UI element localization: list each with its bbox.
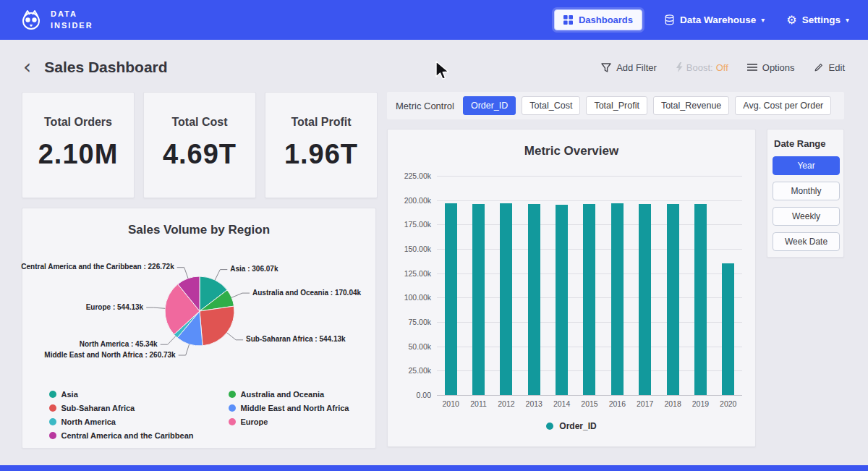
database-icon	[664, 14, 675, 25]
pie-slice-label: North America : 45.34k	[80, 340, 158, 348]
metric-button[interactable]: Total_Revenue	[653, 96, 729, 115]
bar[interactable]	[528, 204, 540, 395]
pie-legend-item[interactable]: Sub-Saharan Africa	[49, 404, 194, 412]
list-icon	[747, 63, 757, 72]
bar[interactable]	[583, 204, 595, 395]
metric-control-label: Metric Control	[396, 101, 454, 111]
gear-icon: ⚙	[786, 14, 796, 26]
bar-chart: 225.00k200.00k175.00k150.00k125.00k100.0…	[437, 176, 742, 395]
page-title: Sales Dashboard	[44, 59, 167, 76]
date-range-card: Date Range YearMonthlyWeeklyWeek Date	[767, 129, 844, 258]
settings-label: Settings	[802, 14, 841, 25]
pie-legend: AsiaSub-Saharan AfricaNorth AmericaCentr…	[22, 390, 375, 440]
bar-column	[548, 176, 575, 395]
dashboards-button[interactable]: Dashboards	[554, 9, 642, 30]
bars-row	[437, 176, 742, 395]
chevron-down-icon: ▾	[761, 16, 765, 24]
dashboards-label: Dashboards	[579, 14, 633, 25]
boost-label: Boost:	[686, 62, 713, 73]
bar[interactable]	[611, 203, 624, 395]
metric-button[interactable]: Total_Profit	[586, 96, 647, 115]
pie-legend-item[interactable]: Central America and the Caribbean	[49, 431, 194, 440]
metric-overview-card: Metric Overview 225.00k200.00k175.00k150…	[387, 129, 756, 447]
x-axis-label: 2015	[576, 399, 603, 408]
bar-column	[464, 176, 492, 395]
legend-dot	[229, 391, 236, 398]
bar[interactable]	[639, 204, 651, 395]
edit-button[interactable]: Edit	[814, 62, 845, 73]
back-button[interactable]: ‹	[23, 58, 31, 76]
bar-legend[interactable]: Order_ID	[388, 421, 755, 431]
pie-label-line	[231, 293, 250, 297]
footer-bar	[0, 465, 868, 471]
kpi-card: Total Cost4.69T	[143, 92, 256, 198]
kpi-value: 4.69T	[144, 139, 255, 170]
bar-column	[715, 176, 742, 395]
pie-slice-label: Sub-Saharan Africa : 544.13k	[246, 335, 346, 343]
metric-button[interactable]: Order_ID	[463, 96, 516, 115]
metric-button[interactable]: Total_Cost	[522, 96, 580, 115]
bar[interactable]	[667, 204, 679, 395]
pie-legend-item[interactable]: Australia and Oceania	[229, 390, 349, 399]
app-root: DATA INSIDER Dashboards D	[0, 0, 868, 471]
bar[interactable]	[500, 203, 512, 395]
options-button[interactable]: Options	[747, 62, 795, 73]
legend-dot	[229, 404, 236, 412]
legend-label: Europe	[241, 417, 268, 426]
bar[interactable]	[722, 263, 734, 395]
pie-legend-item[interactable]: Europe	[229, 417, 349, 426]
legend-label: Australia and Oceania	[241, 390, 325, 399]
x-axis-label: 2019	[686, 399, 714, 408]
edit-label: Edit	[829, 62, 845, 73]
bar[interactable]	[694, 204, 707, 395]
pencil-icon	[814, 62, 824, 72]
bar[interactable]	[556, 205, 568, 395]
x-axis-label: 2011	[464, 399, 492, 408]
bar-column	[659, 176, 686, 395]
date-range-button[interactable]: Monthly	[773, 182, 840, 200]
top-navbar: DATA INSIDER Dashboards D	[0, 0, 868, 40]
bar-column	[576, 176, 603, 395]
navbar-menu: Dashboards Data Warehouse ▾ ⚙ Settings ▾	[554, 9, 849, 30]
add-filter-label: Add Filter	[616, 62, 657, 73]
kpi-label: Total Orders	[22, 116, 134, 129]
date-range-button[interactable]: Week Date	[773, 232, 840, 251]
x-axis-label: 2017	[631, 399, 659, 408]
chevron-down-icon: ▾	[846, 16, 849, 24]
pie-slice[interactable]	[200, 306, 234, 346]
options-label: Options	[762, 62, 795, 73]
brand-line1: DATA	[51, 9, 93, 20]
legend-dot	[229, 418, 236, 425]
y-axis-tick: 175.00k	[404, 220, 431, 229]
pie-label-line	[161, 336, 176, 345]
pie-legend-item[interactable]: Asia	[49, 390, 194, 399]
kpi-label: Total Cost	[144, 116, 255, 129]
bar-legend-dot	[546, 423, 553, 430]
data-warehouse-menu[interactable]: Data Warehouse ▾	[664, 14, 765, 25]
settings-menu[interactable]: ⚙ Settings ▾	[786, 14, 849, 26]
metric-button[interactable]: Avg. Cost per Order	[735, 96, 831, 115]
pie-label-line	[146, 307, 165, 308]
bar-column	[686, 176, 714, 395]
lightning-icon	[676, 62, 684, 72]
sales-volume-card: Sales Volume by Region Asia : 306.07kAus…	[22, 208, 376, 449]
pie-legend-item[interactable]: Middle East and North Africa	[229, 404, 349, 412]
boost-toggle[interactable]: Boost: Off	[676, 62, 728, 73]
add-filter-button[interactable]: Add Filter	[601, 62, 657, 73]
pie-slice-label: Middle East and North Africa : 260.73k	[44, 351, 176, 359]
date-range-buttons: YearMonthlyWeeklyWeek Date	[773, 156, 838, 251]
date-range-button[interactable]: Year	[773, 156, 840, 175]
kpi-value: 2.10M	[22, 139, 134, 170]
legend-dot	[49, 404, 56, 412]
bar[interactable]	[472, 204, 485, 395]
kpi-card: Total Orders2.10M	[22, 92, 135, 198]
date-range-button[interactable]: Weekly	[773, 207, 840, 226]
x-axis-label: 2020	[715, 399, 742, 408]
brand[interactable]: DATA INSIDER	[19, 8, 93, 33]
metric-buttons: Order_IDTotal_CostTotal_ProfitTotal_Reve…	[463, 96, 831, 115]
pie-legend-item[interactable]: North America	[49, 417, 194, 426]
bar-x-labels: 2010201120122013201420152016201720182019…	[437, 399, 742, 408]
bar[interactable]	[445, 203, 457, 395]
legend-dot	[49, 418, 56, 425]
x-axis-label: 2012	[493, 399, 520, 408]
